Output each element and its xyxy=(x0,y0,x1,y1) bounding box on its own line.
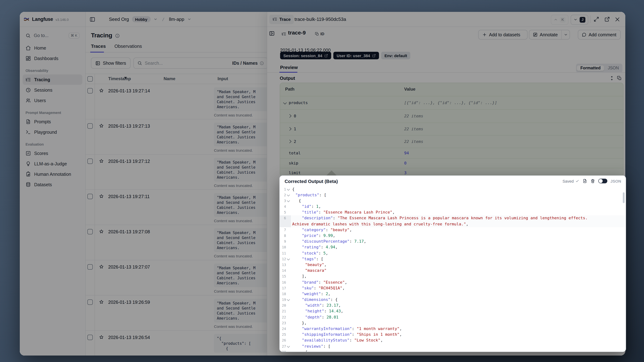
scrollbar-thumb[interactable] xyxy=(623,192,624,203)
copy-id-chip[interactable]: ID xyxy=(315,32,324,36)
star-icon[interactable] xyxy=(99,264,104,269)
output-row[interactable]: 222 items xyxy=(280,135,623,148)
goto-search[interactable]: Go to... ⌘ K xyxy=(23,30,82,40)
star-icon[interactable] xyxy=(99,123,104,128)
row-checkbox[interactable] xyxy=(88,194,93,199)
code-line[interactable]: 22"depth": 28.01 xyxy=(280,314,626,320)
code-line[interactable]: 8"price": 9.99, xyxy=(280,233,626,239)
row-checkbox[interactable] xyxy=(88,158,93,164)
fold-chevron-icon[interactable] xyxy=(286,256,291,262)
fold-chevron-icon[interactable] xyxy=(286,344,291,349)
star-icon[interactable] xyxy=(99,229,104,234)
open-in-new-icon[interactable] xyxy=(604,16,610,22)
code-line[interactable]: 11"stock": 5, xyxy=(280,250,626,256)
tab-preview[interactable]: Preview xyxy=(280,65,298,70)
plan-badge[interactable]: Hobby xyxy=(132,16,150,22)
row-checkbox[interactable] xyxy=(88,123,93,129)
fold-chevron-icon[interactable] xyxy=(286,192,291,198)
code-line[interactable]: 12"tags": [ xyxy=(280,256,626,262)
json-toggle[interactable] xyxy=(598,179,607,184)
code-line[interactable]: Achieve dramatic lashes with this long-l… xyxy=(280,221,626,227)
annotate-dropdown-button[interactable] xyxy=(562,30,570,39)
chevron-right-icon[interactable] xyxy=(288,127,292,131)
sidebar-toggle-icon[interactable] xyxy=(90,16,95,22)
output-row[interactable]: 022 items xyxy=(280,109,623,122)
output-row[interactable]: products[{"id": ...}, {"id": ...}, {"id"… xyxy=(280,96,623,109)
sidebar-item-datasets[interactable]: Datasets xyxy=(23,180,82,190)
column-timestamp[interactable]: Timestamp xyxy=(108,76,131,81)
add-comment-button[interactable]: Add comment xyxy=(578,30,621,40)
star-icon[interactable] xyxy=(99,88,104,93)
row-checkbox[interactable] xyxy=(88,335,93,340)
code-line[interactable]: 18"weight": 2, xyxy=(280,291,626,297)
fold-chevron-icon[interactable] xyxy=(286,198,291,204)
code-line[interactable]: 4"id": 1, xyxy=(280,204,626,210)
code-line[interactable]: 2"products": [ xyxy=(280,192,626,198)
breadcrumb-org[interactable]: Seed Org xyxy=(109,16,129,22)
code-line[interactable]: 20"width": 23.17, xyxy=(280,303,626,308)
fold-chevron-icon[interactable] xyxy=(286,186,291,192)
sidebar-item-llm-as-a-judge[interactable]: LLM-as-a-Judge xyxy=(23,158,82,169)
next-trace-button[interactable]: J xyxy=(571,14,588,24)
sidebar-item-sessions[interactable]: Sessions xyxy=(23,85,82,95)
column-input[interactable]: Input xyxy=(218,76,228,81)
prev-trace-button[interactable]: K xyxy=(551,14,568,24)
code-line[interactable]: 9"discountPercentage": 7.17, xyxy=(280,239,626,244)
star-icon[interactable] xyxy=(99,300,104,304)
code-line[interactable]: 15], xyxy=(280,274,626,280)
output-row[interactable]: skip0 xyxy=(280,158,623,168)
row-checkbox[interactable] xyxy=(88,264,93,270)
code-line[interactable]: 27"reviews": [ xyxy=(280,344,626,349)
close-icon[interactable] xyxy=(614,16,620,22)
code-line[interactable]: 13"beauty", xyxy=(280,262,626,268)
sidebar-item-scores[interactable]: Scores xyxy=(23,148,82,158)
breadcrumb-project[interactable]: llm-app xyxy=(169,16,184,22)
sidebar-item-users[interactable]: Users xyxy=(23,95,82,106)
sidebar-item-home[interactable]: Home xyxy=(23,43,82,53)
star-icon[interactable] xyxy=(99,335,104,340)
badge-user-id[interactable]: User ID: user_384 xyxy=(333,52,379,59)
row-checkbox[interactable] xyxy=(88,229,93,234)
column-name[interactable]: Name xyxy=(164,76,175,81)
output-row[interactable]: total94 xyxy=(280,148,623,158)
star-icon[interactable] xyxy=(99,158,104,164)
show-filters-button[interactable]: Show filters xyxy=(91,58,130,69)
sidebar-item-prompts[interactable]: Prompts xyxy=(23,116,82,127)
copy-icon[interactable] xyxy=(617,76,622,80)
resize-handle[interactable] xyxy=(326,170,337,176)
trace-type-chip[interactable]: Trace xyxy=(269,14,294,24)
code-line[interactable]: 5"title": "Essence Mascara Lash Prince", xyxy=(280,210,626,216)
expand-vertical-icon[interactable] xyxy=(610,76,614,80)
code-line[interactable]: 7"category": "beauty", xyxy=(280,227,626,233)
select-all-checkbox[interactable] xyxy=(88,76,93,82)
search-input[interactable]: Search... IDs / Names xyxy=(133,58,268,69)
chevron-down-icon[interactable] xyxy=(283,101,287,104)
sidebar-item-playground[interactable]: Playground xyxy=(23,127,82,137)
output-row[interactable]: 122 items xyxy=(280,122,623,135)
tab-traces[interactable]: Traces xyxy=(91,43,106,52)
sidebar-item-dashboards[interactable]: Dashboards xyxy=(23,53,82,64)
sidebar-item-tracing[interactable]: Tracing xyxy=(23,74,82,85)
apply-diff-icon[interactable] xyxy=(582,179,587,183)
code-line[interactable]: 16"brand": "Essence", xyxy=(280,280,626,285)
row-checkbox[interactable] xyxy=(88,300,93,305)
chevron-down-icon[interactable] xyxy=(187,17,191,21)
format-json[interactable]: JSON xyxy=(605,65,622,71)
code-line[interactable]: 19"dimensions": { xyxy=(280,297,626,303)
chevron-right-icon[interactable] xyxy=(288,140,292,143)
code-line[interactable]: 1{ xyxy=(280,186,626,192)
code-line[interactable]: 17"sku": "RCH45Q1A", xyxy=(280,285,626,291)
chevron-right-icon[interactable] xyxy=(288,114,292,118)
expand-icon[interactable] xyxy=(594,16,599,22)
sort-desc-icon[interactable] xyxy=(124,77,127,79)
fold-chevron-icon[interactable] xyxy=(286,297,291,303)
trash-icon[interactable] xyxy=(590,179,595,183)
info-icon[interactable] xyxy=(115,33,120,38)
badge-env[interactable]: Env: default xyxy=(381,52,410,59)
annotate-button[interactable]: Annotate xyxy=(529,30,562,39)
code-line[interactable]: 14"mascara" xyxy=(280,268,626,274)
code-line[interactable]: 21"height": 14.43, xyxy=(280,308,626,314)
code-line[interactable]: 28{ xyxy=(280,350,626,352)
code-line[interactable]: 3{ xyxy=(280,198,626,204)
code-line[interactable]: 26"availabilityStatus": "Low Stock", xyxy=(280,338,626,344)
